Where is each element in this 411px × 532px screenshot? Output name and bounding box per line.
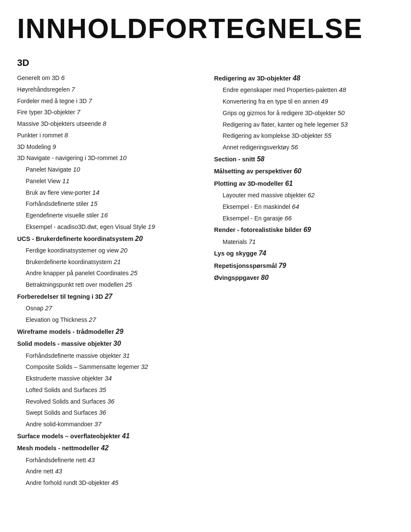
toc-item: Eksempel - En garasje 66 — [214, 213, 394, 224]
toc-item-num: 25 — [125, 281, 132, 288]
toc-item-text: Grips og gizmos for å redigere 3D-objekt… — [223, 110, 337, 116]
toc-item: Panelet View 11 — [17, 176, 197, 187]
toc-item-num: 25 — [130, 269, 137, 276]
toc-item: Bruk av flere view-porter 14 — [17, 187, 197, 198]
toc-item-text: Osnap — [26, 305, 45, 312]
toc-item: Redigering av 3D-objekter 48 — [214, 73, 394, 84]
toc-item-text: Konvertering fra en type til en annen — [223, 98, 321, 105]
toc-item-text: 3D Modeling — [17, 143, 53, 150]
toc-item: Forberedelser til tegning i 3D 27 — [17, 291, 197, 302]
toc-item-num: 20 — [135, 235, 143, 242]
toc-item-num: 27 — [45, 304, 52, 312]
toc-item: Osnap 27 — [17, 303, 197, 314]
toc-item: Render - fotorealistiske bilder 69 — [214, 224, 394, 235]
toc-item-text: Eksempel - En garasje — [223, 215, 285, 222]
toc-item-num: 74 — [259, 250, 266, 257]
toc-item-num: 58 — [257, 155, 265, 163]
toc-item: Redigering av komplekse 3D-objekter 55 — [214, 131, 394, 141]
toc-item-num: 29 — [116, 328, 123, 335]
toc-item-num: 7 — [89, 97, 92, 104]
toc-item: Lys og skygge 74 — [214, 248, 394, 259]
toc-item-text: Revolved Solids and Surfaces — [26, 398, 107, 405]
toc-item-text: Composite Solids – Sammensatte legemer — [26, 363, 141, 370]
toc-item-num: 49 — [321, 98, 328, 105]
toc-item: Brukerdefinerte koordinatsystem 21 — [17, 257, 197, 267]
toc-item-num: 34 — [104, 374, 112, 382]
toc-item: Elevation og Thickness 27 — [17, 315, 197, 325]
toc-item: Wireframe models - trådmodeller 29 — [17, 326, 197, 337]
toc-item-text: Plotting av 3D-modeller — [214, 180, 285, 187]
toc-item-text: Forhåndsdefinerte nett — [26, 457, 88, 464]
toc-item-text: Fire typer 3D-objekter — [17, 109, 77, 116]
toc-item-text: Forberedelser til tegning i 3D — [17, 293, 105, 300]
toc-item-text: Forhåndsdefinerte massive objekter — [26, 352, 122, 359]
toc-item-text: Massive 3D-objekters utseende — [17, 120, 103, 127]
toc-item: Ekstruderte massive objekter 34 — [17, 373, 197, 384]
toc-item-num: 15 — [90, 200, 98, 207]
toc-item: Layouter med massive objekter 62 — [214, 190, 394, 201]
toc-item: Composite Solids – Sammensatte legemer 3… — [17, 362, 197, 372]
toc-item-text: Andre forhold rundt 3D-objekter — [26, 479, 111, 486]
toc-item: Forhåndsdefinerte massive objekter 31 — [17, 351, 197, 361]
toc-item-text: Panelet Navigate — [26, 166, 73, 173]
toc-item-num: 10 — [73, 166, 80, 173]
toc-item-num: 53 — [341, 121, 348, 128]
toc-item: Redigering av flater, kanter og hele leg… — [214, 119, 394, 130]
toc-item-num: 80 — [261, 274, 269, 281]
toc-item: Målsetting av perspektiver 60 — [214, 166, 394, 177]
toc-item: Betraktningspunkt rett over modellen 25 — [17, 279, 197, 290]
toc-item-text: Ekstruderte massive objekter — [26, 375, 104, 382]
toc-item: Forhåndsdefinerte nett 43 — [17, 455, 197, 466]
toc-item-text: Redigering av 3D-objekter — [214, 75, 293, 82]
toc-item-text: Andre solid-kommandoer — [26, 421, 94, 428]
toc-item: Egendefinerte visuelle stiler 16 — [17, 210, 197, 221]
toc-item: Solid models - massive objekter 30 — [17, 338, 197, 349]
toc-item: Annet redigeringsverktøy 56 — [214, 142, 394, 153]
toc-item-num: 62 — [307, 191, 315, 199]
toc-item: Swept Solids and Surfaces 36 — [17, 407, 197, 418]
toc-item: Materials 71 — [214, 237, 394, 247]
toc-item-text: Section - snitt — [214, 156, 257, 163]
toc-item-text: Endre egenskaper med Properties-paletten — [223, 86, 339, 93]
toc-item: Forhåndsdefinerte stiler 15 — [17, 199, 197, 209]
right-column: Redigering av 3D-objekter 48Endre egensk… — [214, 73, 394, 285]
toc-item-num: 64 — [292, 203, 299, 210]
toc-item-num: 8 — [64, 131, 68, 139]
toc-item-num: 11 — [62, 177, 69, 184]
toc-item-text: 3D Navigate - navigering i 3D-rommet — [17, 155, 119, 161]
toc-item: Surface models – overflateobjekter 41 — [17, 431, 197, 442]
toc-item: Plotting av 3D-modeller 61 — [214, 178, 394, 189]
toc-item-text: UCS - Brukerdefinerte koordinatsystem — [17, 235, 135, 242]
toc-item-num: 27 — [105, 293, 113, 300]
toc-item-text: Forhåndsdefinerte stiler — [26, 200, 90, 207]
toc-item-num: 42 — [101, 444, 109, 452]
toc-item-text: Eksempel - En maskindel — [223, 203, 292, 210]
toc-item: Endre egenskaper med Properties-paletten… — [214, 85, 394, 95]
toc-item-text: Surface models – overflateobjekter — [17, 433, 122, 440]
toc-item-num: 48 — [339, 86, 346, 93]
toc-item-text: Panelet View — [26, 178, 62, 184]
toc-item-num: 16 — [101, 211, 108, 219]
toc-item-text: Andre nett — [26, 468, 55, 475]
toc-item: Fire typer 3D-objekter 7 — [17, 107, 197, 118]
toc-item-num: 50 — [337, 109, 345, 116]
toc-item-num: 19 — [148, 223, 155, 230]
toc-item-num: 69 — [304, 226, 311, 233]
toc-item: Section - snitt 58 — [214, 154, 394, 165]
toc-item-num: 14 — [92, 189, 100, 196]
toc-item-text: Layouter med massive objekter — [223, 192, 307, 199]
toc-item: Eksempel - acadiso3D.dwt, egen Visual St… — [17, 222, 197, 232]
toc-item-text: Redigering av komplekse 3D-objekter — [223, 132, 324, 139]
toc-item-num: 43 — [88, 456, 95, 464]
toc-item-text: Repetisjonsspørsmål — [214, 262, 279, 269]
toc-item: Punkter i rommet 8 — [17, 130, 197, 141]
toc-item-text: Målsetting av perspektiver — [214, 168, 294, 175]
toc-item-num: 56 — [291, 143, 298, 151]
toc-item-num: 27 — [89, 316, 96, 323]
toc-item: Eksempel - En maskindel 64 — [214, 202, 394, 212]
toc-item: Andre solid-kommandoer 37 — [17, 419, 197, 430]
toc-item: 3D Modeling 9 — [17, 142, 197, 152]
toc-item-num: 20 — [120, 247, 128, 254]
toc-item-num: 55 — [324, 132, 331, 139]
toc-item-num: 7 — [77, 108, 80, 116]
